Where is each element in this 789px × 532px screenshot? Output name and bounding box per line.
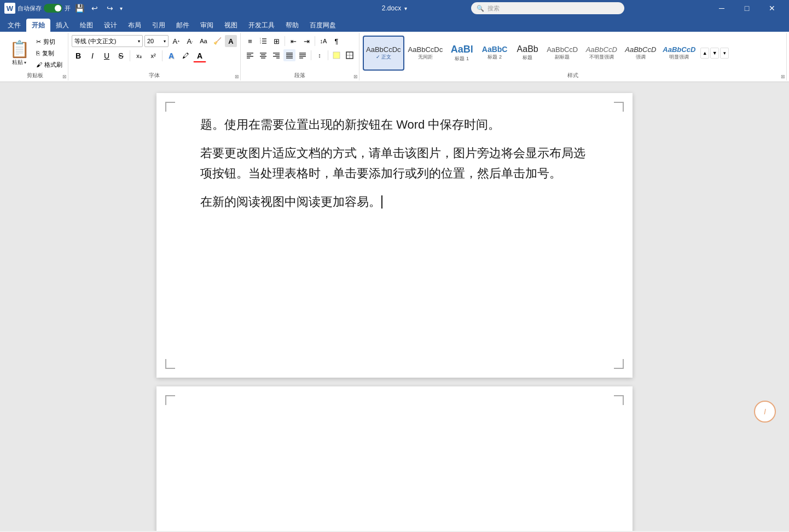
bold-button[interactable]: B (72, 49, 85, 62)
style-item-emphasis[interactable]: AaBbCcD 强调 (622, 36, 659, 71)
paragraph-group: ≡ 123 ⊞ ⇤ ⇥ ↕A ¶ (241, 33, 359, 80)
format-painter-button[interactable]: 🖌 格式刷 (34, 60, 65, 70)
styles-group: AaBbCcDc ✓ 正文 AaBbCcDc 无间距 AaBl 标题 1 AaB… (359, 33, 787, 80)
style-item-intense-emphasis[interactable]: AaBbCcD 明显强调 (660, 36, 698, 71)
page-1: 题。使用在需要位置出现的新按钮在 Word 中保存时间。 若要更改图片适应文档的… (156, 93, 633, 378)
close-button[interactable]: ✕ (759, 0, 785, 16)
font-expand-icon[interactable]: ⊠ (235, 74, 239, 79)
style-preview-intense: AaBbCcD (663, 45, 695, 54)
style-label-subtle: 不明显强调 (589, 54, 614, 61)
font-family-selector[interactable]: 等线 (中文正文) ▾ (72, 35, 143, 47)
minimize-button[interactable]: ─ (709, 0, 734, 16)
tab-view[interactable]: 视图 (219, 19, 243, 32)
style-item-heading1[interactable]: AaBl 标题 1 (446, 36, 477, 71)
font-color-button[interactable]: A (193, 49, 206, 62)
para-separator-3 (311, 50, 311, 60)
font-color-box-button[interactable]: A (225, 35, 237, 47)
copy-button[interactable]: ⎘ 复制 (34, 48, 65, 59)
italic-button[interactable]: I (86, 49, 99, 62)
paragraph-group-label: 段落 (241, 72, 359, 79)
style-item-subtitle[interactable]: AaBbCcD 副标题 (544, 36, 581, 71)
shading-button[interactable] (330, 49, 343, 61)
document-area[interactable]: 题。使用在需要位置出现的新按钮在 Word 中保存时间。 若要更改图片适应文档的… (0, 82, 789, 531)
style-preview-subtle: AaBbCcD (586, 45, 617, 54)
page-1-content[interactable]: 题。使用在需要位置出现的新按钮在 Word 中保存时间。 若要更改图片适应文档的… (200, 115, 589, 212)
para-separator-4 (328, 50, 328, 60)
paste-icon: 📋 (9, 39, 30, 59)
font-group-label: 字体 (68, 72, 240, 79)
style-item-normal[interactable]: AaBbCcDc ✓ 正文 (363, 36, 404, 71)
autosave-label: 自动保存 (18, 4, 42, 13)
tab-insert[interactable]: 插入 (50, 19, 74, 32)
clipboard-expand-icon[interactable]: ⊠ (62, 74, 67, 79)
borders-button[interactable] (344, 49, 356, 61)
tab-review[interactable]: 审阅 (195, 19, 219, 32)
superscript-button[interactable]: x² (147, 49, 160, 62)
font-size-selector[interactable]: 20 ▾ (144, 35, 169, 47)
style-item-title[interactable]: AaBb 标题 (512, 36, 543, 71)
autosave-toggle[interactable] (44, 4, 62, 13)
tab-draw[interactable]: 绘图 (74, 19, 98, 32)
tab-layout[interactable]: 布局 (123, 19, 147, 32)
multilevel-button[interactable]: ⊞ (270, 35, 282, 47)
style-item-nospacing[interactable]: AaBbCcDc 无间距 (405, 36, 446, 71)
tab-design[interactable]: 设计 (98, 19, 123, 32)
font-grow-button[interactable]: A+ (170, 35, 182, 47)
decrease-indent-button[interactable]: ⇤ (287, 35, 299, 47)
paste-button[interactable]: 📋 粘贴 ▾ (5, 37, 33, 70)
tab-home[interactable]: 开始 (26, 19, 50, 32)
undo-button[interactable]: ↩ (88, 2, 101, 15)
tab-references[interactable]: 引用 (147, 19, 171, 32)
highlight-icon: 🖍 (182, 52, 189, 60)
align-center-button[interactable] (257, 49, 269, 61)
style-label-heading1: 标题 1 (455, 55, 469, 62)
style-label-intense: 明显强调 (669, 54, 689, 61)
tab-mailings[interactable]: 邮件 (171, 19, 195, 32)
search-bar[interactable]: 🔍 搜索 (471, 2, 624, 14)
style-preview-heading1: AaBl (451, 44, 473, 55)
subscript-button[interactable]: x₂ (132, 49, 146, 62)
style-item-subtle-emphasis[interactable]: AaBbCcD 不明显强调 (582, 36, 621, 71)
font-group: 等线 (中文正文) ▾ 20 ▾ A+ A- Aa 🧹 A B I U (68, 33, 241, 80)
highlight-button[interactable]: 🖍 (179, 49, 192, 62)
cut-button[interactable]: ✂ 剪切 (34, 37, 65, 47)
align-left-button[interactable] (244, 49, 256, 61)
customize-button[interactable]: ▾ (119, 4, 124, 13)
redo-button[interactable]: ↪ (103, 2, 117, 15)
style-active-indicator: ✓ 正文 (376, 54, 392, 61)
tab-baidu[interactable]: 百度网盘 (304, 19, 341, 32)
filename-arrow[interactable]: ▾ (404, 5, 407, 11)
text-effect-button[interactable]: A (165, 49, 178, 62)
styles-expand-icon[interactable]: ⊠ (781, 74, 785, 79)
font-row-1: 等线 (中文正文) ▾ 20 ▾ A+ A- Aa 🧹 A (72, 35, 237, 47)
justify-dist-button[interactable] (297, 49, 309, 61)
styles-expand-button[interactable]: ▾ (720, 48, 729, 59)
svg-rect-26 (333, 52, 340, 59)
clear-format-button[interactable]: 🧹 (211, 35, 223, 47)
style-item-heading2[interactable]: AaBbC 标题 2 (478, 36, 511, 71)
underline-button[interactable]: U (100, 49, 113, 62)
paragraph-expand-icon[interactable]: ⊠ (353, 74, 358, 79)
change-case-button[interactable]: Aa (198, 35, 210, 47)
save-button[interactable]: 💾 (73, 2, 86, 15)
bullets-button[interactable]: ≡ (244, 35, 256, 47)
ribbon-tabs: 文件 开始 插入 绘图 设计 布局 引用 邮件 审阅 视图 开发工具 (0, 16, 789, 32)
line-spacing-button[interactable]: ↕ (314, 49, 326, 61)
tab-file[interactable]: 文件 (2, 19, 26, 32)
maximize-button[interactable]: □ (734, 0, 759, 16)
align-right-button[interactable] (270, 49, 282, 61)
show-marks-button[interactable]: ¶ (330, 35, 343, 47)
increase-indent-button[interactable]: ⇥ (300, 35, 312, 47)
paragraph-2: 若要更改图片适应文档的方式，请单击该图片，图片旁边将会显示布局选项按钮。当处理表… (200, 143, 589, 183)
copy-icon: ⎘ (36, 50, 40, 56)
styles-scroll-down[interactable]: ▼ (710, 48, 719, 59)
justify-button[interactable] (283, 49, 295, 61)
numbering-button[interactable]: 123 (257, 35, 269, 47)
styles-scroll-up[interactable]: ▲ (700, 48, 709, 59)
strikethrough-button[interactable]: S (114, 49, 127, 62)
font-shrink-button[interactable]: A- (184, 35, 196, 47)
style-label-title: 标题 (523, 54, 532, 61)
sort-button[interactable]: ↕A (317, 35, 329, 47)
tab-developer[interactable]: 开发工具 (243, 19, 280, 32)
tab-help[interactable]: 帮助 (280, 19, 304, 32)
